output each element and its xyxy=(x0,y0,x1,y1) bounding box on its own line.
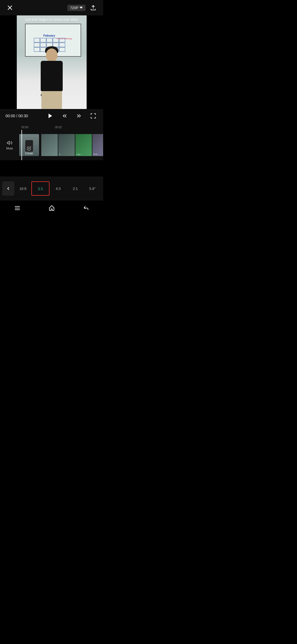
current-time: 00:00 xyxy=(6,114,15,118)
timeline-section: 00:00 00:02 Mute Cover is xyxy=(0,123,103,160)
time-display: 00:00 / 00:30 xyxy=(6,114,28,118)
video-preview: Febuary P xyxy=(0,15,103,109)
aspect-2-1[interactable]: 2:1 xyxy=(67,181,84,196)
cover-label: Cover xyxy=(25,152,33,155)
wb-cell xyxy=(40,38,46,42)
svg-marker-2 xyxy=(49,114,52,118)
aspect-ratio-section: 16:9 1:1 4:3 2:1 5.8" xyxy=(0,177,103,200)
menu-button[interactable] xyxy=(11,202,23,214)
video-content[interactable]: Febuary P xyxy=(17,15,87,109)
cover-edit-icon xyxy=(27,146,31,152)
svg-marker-3 xyxy=(7,141,10,144)
play-button[interactable] xyxy=(46,111,55,120)
video-scene: Febuary P xyxy=(17,15,87,109)
playhead xyxy=(21,130,22,160)
wb-cell xyxy=(34,43,40,47)
aspect-back-button[interactable] xyxy=(2,181,14,196)
aspect-4-3[interactable]: 4:3 xyxy=(50,181,67,196)
person-head xyxy=(46,48,57,62)
person-legs xyxy=(41,91,62,109)
timeline-track[interactable]: Mute Cover is huge... xyxy=(0,130,103,160)
close-button[interactable] xyxy=(6,3,14,12)
video-strip[interactable]: is huge... Drak... xyxy=(41,134,103,156)
fullscreen-button[interactable] xyxy=(89,111,98,120)
bottom-nav xyxy=(0,200,103,215)
wb-cell xyxy=(59,43,65,47)
letterbox-right xyxy=(87,15,103,109)
strip-frame-4: Drak... xyxy=(92,134,103,156)
letterbox-left xyxy=(0,15,16,109)
mute-control[interactable]: Mute xyxy=(0,140,19,150)
spacer xyxy=(0,160,103,177)
strip-frame-1 xyxy=(41,134,58,156)
wb-cell xyxy=(34,38,40,42)
export-button[interactable] xyxy=(89,3,98,12)
header-right: 720P xyxy=(67,3,98,12)
whiteboard-title: Febuary xyxy=(43,34,55,37)
whiteboard-event: Pierson's Birthday xyxy=(57,37,72,40)
back-button[interactable] xyxy=(80,202,92,214)
home-button[interactable] xyxy=(46,202,58,214)
frame-text-4: Drak... xyxy=(93,153,99,155)
frame-text-2: is xyxy=(59,153,61,155)
ruler-mid: 00:02 xyxy=(55,126,62,129)
aspect-5-8[interactable]: 5.8" xyxy=(84,181,101,196)
mute-label: Mute xyxy=(6,147,13,150)
wb-cell xyxy=(46,38,53,42)
aspect-1-1[interactable]: 1:1 xyxy=(31,181,50,196)
playback-bar: 00:00 / 00:30 xyxy=(0,109,103,123)
wb-cell xyxy=(40,43,46,47)
strip-frame-2: is xyxy=(58,134,75,156)
header: 720P xyxy=(0,0,103,15)
total-time: 00:30 xyxy=(18,114,28,118)
rewind-button[interactable] xyxy=(60,111,69,120)
forward-button[interactable] xyxy=(75,111,83,120)
timeline-ruler: 00:00 00:02 xyxy=(0,124,103,130)
strip-frame-3: huge... xyxy=(75,134,92,156)
ruler-start: 00:00 xyxy=(21,126,28,129)
person-body xyxy=(41,61,63,91)
frame-text-3: huge... xyxy=(76,153,82,155)
quality-selector[interactable]: 720P xyxy=(67,5,86,11)
control-buttons xyxy=(46,111,98,120)
time-separator: / xyxy=(16,114,17,118)
cover-thumbnail[interactable]: Cover xyxy=(19,134,39,156)
person-figure xyxy=(34,48,70,109)
aspect-row: 16:9 1:1 4:3 2:1 5.8" xyxy=(0,181,103,196)
aspect-16-9[interactable]: 16:9 xyxy=(14,181,31,196)
